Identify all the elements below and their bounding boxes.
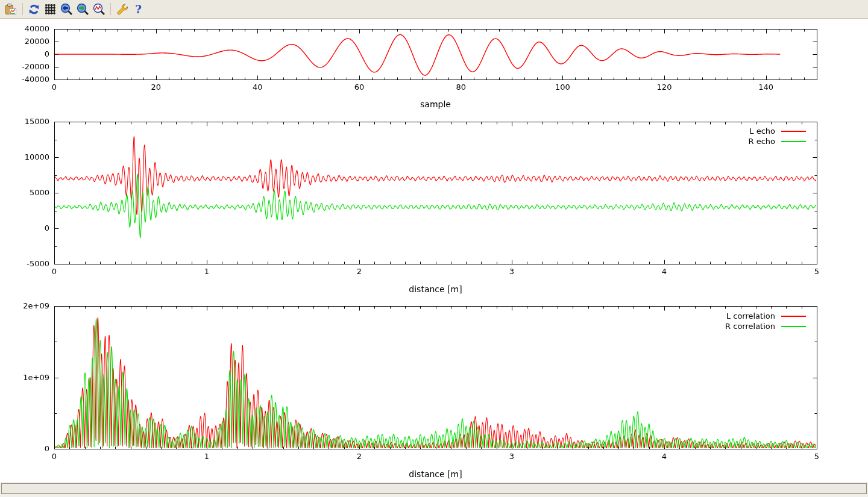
svg-text:?: ? (135, 3, 142, 16)
magnifier-right-arrow-icon (77, 3, 89, 16)
zoom-next-button[interactable] (75, 1, 91, 17)
grid-icon (44, 3, 57, 16)
configure-button[interactable] (114, 1, 130, 17)
help-button[interactable]: ? (130, 1, 146, 17)
plot-area: sample distance [m] distance [m] L echoR… (0, 19, 868, 482)
legend-entry: L correlation (725, 311, 806, 321)
legend-label: R echo (748, 137, 775, 146)
refresh-icon (28, 3, 40, 16)
legend-label: L correlation (726, 311, 775, 320)
plot3-legend: L correlationR correlation (725, 311, 806, 331)
plot1-x-axis-title: sample (54, 99, 817, 109)
legend-label: L echo (749, 127, 775, 136)
legend-line-sample (781, 326, 806, 327)
plots-canvas[interactable] (0, 19, 868, 482)
legend-line-sample (781, 316, 806, 317)
plot2-x-axis-title: distance [m] (54, 284, 817, 294)
autoscale-button[interactable] (91, 1, 107, 17)
toolbar-separator (110, 3, 111, 15)
question-mark-icon: ? (132, 3, 145, 16)
clipboard-chart-icon (5, 3, 17, 16)
legend-entry: R correlation (725, 321, 806, 331)
plot2-legend: L echoR echo (748, 126, 806, 146)
gnuplot-window: ? sample distance [m] distance [m] L ech… (0, 0, 868, 497)
copy-to-clipboard-button[interactable] (3, 1, 19, 17)
legend-line-sample (781, 131, 806, 132)
status-field (1, 483, 867, 494)
toggle-grid-button[interactable] (42, 1, 58, 17)
magnifier-left-arrow-icon (60, 3, 73, 16)
legend-entry: R echo (748, 136, 806, 146)
status-bar (0, 482, 868, 497)
plot3-x-axis-title: distance [m] (54, 469, 817, 479)
magnifier-chart-icon (93, 3, 105, 16)
replot-button[interactable] (26, 1, 42, 17)
legend-entry: L echo (748, 126, 806, 136)
zoom-previous-button[interactable] (58, 1, 75, 17)
toolbar: ? (0, 0, 868, 19)
wrench-icon (116, 3, 128, 16)
legend-label: R correlation (725, 322, 775, 331)
legend-line-sample (781, 141, 806, 142)
toolbar-separator (22, 3, 23, 15)
